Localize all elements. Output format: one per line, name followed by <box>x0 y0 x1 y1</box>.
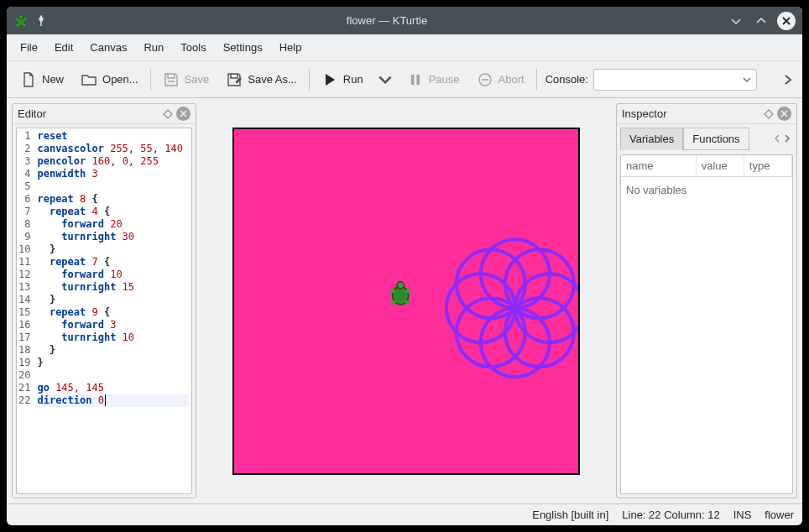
statusbar: English [built in] Line: 22 Column: 12 I… <box>7 503 802 525</box>
run-button[interactable]: Run <box>315 67 370 92</box>
panel-close-icon[interactable] <box>176 107 191 121</box>
titlebar: flower — KTurtle <box>7 7 802 34</box>
save-as-button[interactable]: Save As... <box>219 67 304 92</box>
run-dropdown[interactable] <box>373 67 397 92</box>
panel-close-icon[interactable] <box>777 107 791 121</box>
pause-button: Pause <box>400 67 467 92</box>
no-variables-text: No variables <box>621 177 792 203</box>
menu-help[interactable]: Help <box>271 36 311 59</box>
menubar: FileEditCanvasRunToolsSettingsHelp <box>7 34 802 61</box>
turtle-sprite <box>390 281 411 304</box>
inspector-tabs: VariablesFunctions <box>620 128 793 149</box>
save-button: Save <box>156 67 217 92</box>
menu-run[interactable]: Run <box>135 36 172 59</box>
status-insert-mode: INS <box>733 509 752 521</box>
new-button[interactable]: New <box>13 67 70 92</box>
menu-edit[interactable]: Edit <box>46 36 81 59</box>
tab-functions[interactable]: Functions <box>683 128 749 150</box>
save-icon <box>163 71 180 88</box>
turtle-canvas[interactable] <box>232 128 580 475</box>
chevron-down-icon <box>377 71 394 88</box>
tab-prev-icon[interactable] <box>773 134 781 143</box>
maximize-button[interactable] <box>752 12 770 30</box>
menu-tools[interactable]: Tools <box>172 36 214 59</box>
menu-settings[interactable]: Settings <box>215 36 271 59</box>
code-editor[interactable]: 12345678910111213141516171819202122 rese… <box>16 128 192 494</box>
folder-open-icon <box>81 71 97 88</box>
column-value[interactable]: value <box>697 155 744 176</box>
editor-title: Editor <box>18 107 46 120</box>
save-as-icon <box>226 71 243 88</box>
toolbar: New Open... Save Save As... Run Pause <box>7 61 802 98</box>
svg-point-19 <box>397 281 404 288</box>
svg-rect-6 <box>411 75 415 85</box>
window-title: flower — KTurtle <box>54 14 720 27</box>
toolbar-overflow-button[interactable] <box>779 74 797 86</box>
svg-point-17 <box>505 249 574 318</box>
inspector-panel: Inspector VariablesFunctions namevaluety… <box>616 103 797 498</box>
chevron-down-icon[interactable] <box>742 75 752 85</box>
svg-point-23 <box>405 300 410 304</box>
console-input[interactable] <box>593 69 757 91</box>
status-position: Line: 22 Column: 12 <box>622 509 719 521</box>
console-label: Console: <box>540 73 593 86</box>
tab-variables[interactable]: Variables <box>620 128 683 150</box>
canvas-area <box>201 103 611 498</box>
pause-icon <box>407 71 424 88</box>
console-input-wrapper <box>593 69 757 91</box>
pin-icon[interactable] <box>35 15 47 27</box>
panel-float-icon[interactable] <box>163 109 173 119</box>
svg-rect-7 <box>416 75 420 85</box>
tab-next-icon[interactable] <box>783 134 791 143</box>
svg-point-4 <box>17 23 19 26</box>
close-button[interactable] <box>777 12 796 30</box>
editor-panel: Editor 123456789101112131415161718192021… <box>12 103 196 498</box>
app-window: flower — KTurtle FileEditCanvasRunToolsS… <box>7 7 802 525</box>
svg-point-21 <box>406 288 410 292</box>
open-button[interactable]: Open... <box>74 67 145 92</box>
panel-float-icon[interactable] <box>764 109 774 119</box>
app-icon <box>13 13 29 29</box>
svg-point-22 <box>391 300 395 304</box>
svg-point-3 <box>24 18 27 20</box>
abort-icon <box>477 71 493 88</box>
inspector-title: Inspector <box>622 107 666 120</box>
variables-table: namevaluetype No variables <box>620 154 793 494</box>
svg-point-20 <box>390 288 394 292</box>
main-body: Editor 123456789101112131415161718192021… <box>7 98 802 503</box>
minimize-button[interactable] <box>727 12 745 30</box>
status-language: English [built in] <box>532 509 608 521</box>
svg-point-2 <box>16 18 18 20</box>
menu-file[interactable]: File <box>12 36 46 59</box>
abort-button: Abort <box>470 67 531 92</box>
menu-canvas[interactable]: Canvas <box>81 36 135 59</box>
new-file-icon <box>20 71 37 88</box>
status-filename: flower <box>765 509 794 521</box>
svg-point-1 <box>19 14 23 18</box>
play-icon <box>321 71 338 88</box>
svg-point-5 <box>23 23 26 26</box>
column-name[interactable]: name <box>621 155 697 176</box>
column-type[interactable]: type <box>744 155 792 176</box>
